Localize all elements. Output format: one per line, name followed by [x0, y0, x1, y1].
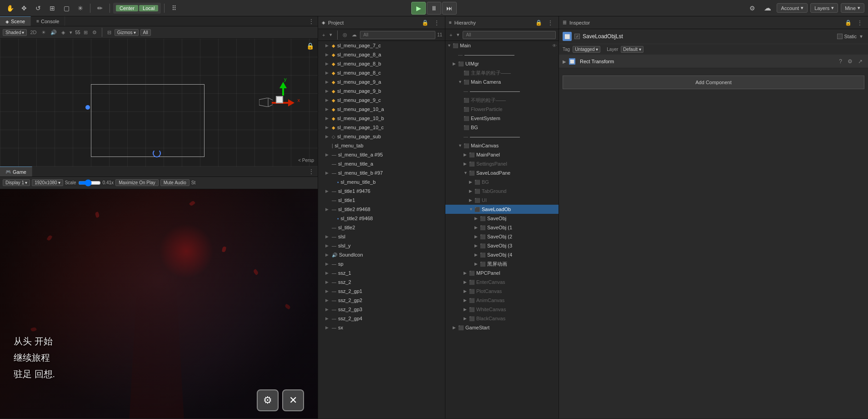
grid-btn[interactable]: ⊞ [82, 29, 89, 36]
cloud-icon[interactable]: ☁ [761, 2, 774, 15]
project-add-btn[interactable]: + [321, 32, 326, 38]
project-item[interactable]: ▪ sl_title2 #9468 [318, 214, 445, 223]
settings-icon[interactable]: ⚙ [746, 2, 758, 15]
project-item[interactable]: ▶ ◆ sl_menu_page_10_a [318, 105, 445, 114]
2d-btn[interactable]: 2D [29, 29, 38, 35]
rect-tool[interactable]: ▢ [60, 2, 73, 15]
project-lock-btn[interactable]: 🔒 [420, 19, 430, 27]
local-pivot-btn[interactable]: Local [139, 5, 158, 11]
hierarchy-item[interactable]: ⬛ BG [445, 123, 559, 132]
scene-settings-btn[interactable]: ⚙ [91, 29, 98, 36]
project-item[interactable]: ▶ ◆ sl_menu_page_8_c [318, 68, 445, 77]
hierarchy-lock-btn[interactable]: 🔒 [534, 19, 544, 27]
shading-dropdown[interactable]: Shaded ▾ [3, 29, 27, 36]
hierarchy-item[interactable]: ▶ ⬛ SaveObj (2 [445, 232, 559, 241]
hierarchy-item[interactable]: ▶ ⬛ 黑屏动画 [445, 259, 559, 268]
resolution-dropdown[interactable]: 1920x1080 ▾ [32, 179, 63, 186]
scene-dropdown2[interactable]: ▾ [68, 29, 74, 36]
component-settings-btn[interactable]: ⚙ [846, 57, 854, 66]
hierarchy-item[interactable]: ▶ ⬛ TabGround [445, 187, 559, 196]
project-item[interactable]: ▶ — sl_menu_title_b #97 [318, 168, 445, 177]
hierarchy-item[interactable]: ▶ ⬛ MPCPanel [445, 268, 559, 278]
all-dropdown[interactable]: All [140, 29, 151, 36]
project-item[interactable]: ▶ — ssz_2 [318, 278, 445, 287]
project-item[interactable]: ▶ ◇ sl_menu_page_sub [318, 132, 445, 141]
hierarchy-item[interactable]: — —————————— [445, 132, 559, 141]
hierarchy-item[interactable]: ▶ ⬛ AnimCanvas [445, 296, 559, 305]
hierarchy-item[interactable]: ▶ ⬛ SaveObj (3 [445, 241, 559, 250]
static-checkbox[interactable] [837, 34, 843, 39]
project-item[interactable]: ▶ — sp [318, 259, 445, 268]
project-item[interactable]: ▶ — slsl [318, 232, 445, 241]
account-dropdown[interactable]: Account ▾ [777, 3, 808, 13]
hierarchy-item[interactable]: ⬛ 主菜单的粒子—— [445, 68, 559, 77]
display-dropdown[interactable]: Display 1 ▾ [3, 179, 30, 186]
hierarchy-item[interactable]: ▶ ⬛ UIMgr [445, 59, 559, 68]
settings-game-btn[interactable]: ⚙ [257, 389, 279, 411]
project-item[interactable]: ▶ ◆ sl_menu_page_9_a [318, 77, 445, 86]
project-item[interactable]: ▶ — sl_menu_title_a #95 [318, 150, 445, 159]
hierarchy-item[interactable]: ⬛ 不明的粒子—— [445, 96, 559, 105]
project-icon-btn1[interactable]: ◎ [341, 31, 349, 38]
hand-tool[interactable]: ✋ [4, 2, 16, 15]
obj-active-checkbox[interactable]: ✓ [574, 34, 580, 39]
project-item[interactable]: ▶ ◆ sl_menu_page_9_b [318, 86, 445, 96]
fx-btn[interactable]: ◈ [60, 29, 66, 36]
project-search[interactable] [360, 31, 435, 39]
project-icon-btn2[interactable]: ☁ [350, 31, 358, 38]
hierarchy-item[interactable]: ▶ ⬛ BG [445, 177, 559, 187]
pause-button[interactable]: ⏸ [427, 2, 441, 15]
hierarchy-search[interactable] [463, 31, 556, 39]
project-item[interactable]: ▪ sl_menu_title_b [318, 177, 445, 187]
play-button[interactable]: ▶ [411, 2, 426, 15]
step-button[interactable]: ⏭ [442, 2, 457, 15]
hierarchy-item[interactable]: — —————————— [445, 86, 559, 96]
project-item[interactable]: ▶ ◆ sl_menu_page_8_a [318, 50, 445, 59]
hierarchy-item[interactable]: ▶ ⬛ SaveObj (4 [445, 250, 559, 259]
console-tab[interactable]: ≡ Console [31, 16, 65, 26]
project-item[interactable]: ▶ ◆ sl_menu_page_10_b [318, 114, 445, 123]
transform-handle[interactable] [276, 96, 283, 103]
scale-slider[interactable] [78, 179, 101, 187]
hierarchy-item[interactable]: ▶ ⬛ BlackCanvas [445, 314, 559, 323]
maximize-btn[interactable]: Maximize On Play [115, 179, 159, 186]
mine-dropdown[interactable]: Mine ▾ [841, 3, 864, 13]
rect-transform-header[interactable]: ▶ ⬜ Rect Transform ? ⚙ ↗ [559, 55, 868, 68]
hierarchy-item[interactable]: ▼ ⬛ Main Camera [445, 77, 559, 86]
project-item[interactable]: ▶ ◆ sl_menu_page_7_c [318, 41, 445, 50]
hierarchy-item[interactable]: ▶ ⬛ UI [445, 196, 559, 205]
inspector-lock-btn[interactable]: 🔒 [843, 19, 853, 27]
project-item[interactable]: — sl_title1 [318, 196, 445, 205]
hierarchy-menu-btn[interactable]: ⋮ [546, 19, 555, 27]
add-component-btn[interactable]: Add Component [563, 76, 864, 89]
audio-btn[interactable]: 🔊 [49, 29, 58, 36]
layer-dropdown[interactable]: Default ▾ [621, 46, 643, 53]
move-tool[interactable]: ✥ [18, 2, 30, 15]
tag-dropdown[interactable]: Untagged ▾ [573, 46, 600, 53]
mute-btn[interactable]: Mute Audio [160, 179, 190, 186]
project-item[interactable]: ▶ — ssz_2_gp3 [318, 305, 445, 314]
project-item[interactable]: ▶ — sl_title1 #9476 [318, 187, 445, 196]
layers-dropdown[interactable]: Layers ▾ [810, 3, 838, 13]
lighting-btn[interactable]: ☀ [40, 29, 47, 36]
inspector-menu-btn[interactable]: ⋮ [855, 19, 864, 27]
project-item[interactable]: ▶ — ssz_2_gp1 [318, 287, 445, 296]
hierarchy-item[interactable]: ▶ ⬛ EnterCanvas [445, 278, 559, 287]
hierarchy-item[interactable]: ▶ ⬛ WhiteCanvas [445, 305, 559, 314]
project-item[interactable]: ▶ 🔊 SoundIcon [318, 250, 445, 259]
component-expand-btn[interactable]: ↗ [856, 57, 864, 66]
hierarchy-item[interactable]: ▼ ⬛ SaveLoadOb [445, 205, 559, 214]
project-dropdown-btn[interactable]: ▾ [328, 31, 334, 38]
game-tab[interactable]: 🎮 Game [0, 167, 32, 177]
grid-tool[interactable]: ⠿ [168, 2, 180, 15]
eye-icon[interactable]: 👁 [552, 43, 557, 48]
hierarchy-item[interactable]: ▶ ⬛ PlotCanvas [445, 287, 559, 296]
hierarchy-item[interactable]: ▶ ⬛ SaveObj [445, 214, 559, 223]
scale-tool[interactable]: ⊞ [46, 2, 59, 15]
project-item[interactable]: ▶ ◆ sl_menu_page_9_c [318, 96, 445, 105]
project-item[interactable]: ▶ — ssz_2_gp2 [318, 296, 445, 305]
hierarchy-item[interactable]: ▶ ⬛ MainPanel [445, 150, 559, 159]
hierarchy-item[interactable]: — —————————— [445, 50, 559, 59]
project-item[interactable]: ▶ — sl_title2 #9468 [318, 205, 445, 214]
transform-tool[interactable]: ✳ [74, 2, 87, 15]
